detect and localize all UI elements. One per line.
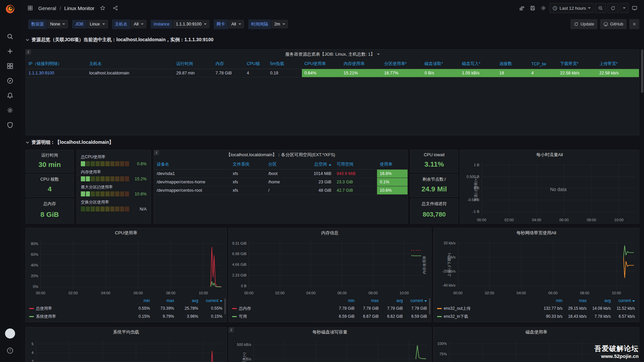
alerting-icon[interactable] [3,88,17,103]
legend-col-current[interactable]: current [403,298,427,303]
info-icon[interactable]: i [154,150,159,155]
series-toggle[interactable]: 可用 [232,314,330,319]
legend-scrollbar[interactable] [224,298,226,314]
legend-col-min[interactable]: min [538,298,562,303]
series-toggle[interactable]: 系统使用率 [29,314,126,319]
refresh-interval-button[interactable] [620,3,629,13]
col-header[interactable]: 5m负载 [267,59,302,69]
col-header[interactable]: 下载带宽* [557,59,597,69]
chart-plot[interactable]: 00:0002:0004:0006:0008:0010:0080%60%40%2… [26,238,226,296]
legend-col-max[interactable]: max [150,298,174,303]
variable-label: Instance [151,20,172,28]
dashboard-settings-gear-icon[interactable] [539,3,548,13]
series-toggle[interactable]: ens32_in下载 [437,314,538,319]
variable-value-dropdown[interactable]: All [228,20,244,28]
panel-title[interactable]: 系统平均负载 [26,327,226,337]
legend-col-current[interactable]: current [611,298,635,303]
col-header[interactable]: 磁盘读取* [422,59,460,69]
series-toggle[interactable]: 总内存 [232,306,330,311]
update-button[interactable]: Update [571,19,597,29]
chart-plot[interactable]: 00:0002:0004:0006:0008:0010:00500 kB/s0 … [229,337,431,362]
legend-col-current[interactable]: current [198,298,222,303]
col-header[interactable]: 内存使用率 [341,59,382,69]
chart-plot[interactable]: 00:0002:0004:0006:0008:0010:009.31 GiB6.… [229,238,431,296]
panel-title[interactable]: 每秒网络带宽使用All [434,228,639,238]
refresh-button[interactable] [607,3,619,13]
col-header[interactable]: CPU使用率 [302,59,341,69]
zoom-out-button[interactable] [595,3,606,13]
svg-text:75%: 75% [439,352,447,356]
legend-col-min[interactable]: min [126,298,150,303]
add-panel-icon[interactable] [517,3,527,13]
chart-plot[interactable]: 00:0002:0004:0006:0008:0010:001 B0.500 B… [460,160,639,223]
configuration-gear-icon[interactable] [3,103,17,118]
legend-scrollbar[interactable] [429,298,430,314]
star-icon[interactable] [98,3,107,13]
col-header[interactable]: CPU核 [244,59,267,69]
col-header[interactable]: 使用率 [377,160,408,170]
info-icon[interactable]: i [229,327,234,333]
save-icon[interactable] [528,3,537,13]
grafana-logo[interactable] [5,4,15,15]
col-header[interactable]: 可用空间 [334,160,377,170]
page-scrollbar[interactable] [641,49,643,93]
variable-value-dropdown[interactable]: 2m [271,20,288,28]
col-header[interactable]: 上传带宽* [597,59,639,69]
variable-value-dropdown[interactable]: None [47,20,68,28]
col-header[interactable]: IP（链接到明细） [26,59,87,69]
col-header[interactable]: 设备名 [154,160,230,170]
col-header[interactable]: 文件系统 [230,160,266,170]
col-header[interactable]: 内存 [213,59,244,69]
dashboard-title[interactable]: Linux Monitor [64,5,95,11]
svg-text:04:00: 04:00 [517,291,526,295]
panel-server-overview-table: i 服务器资源总览表【JOB: Linux, 主机总数: 1】 IP（链接到明细… [25,49,639,135]
tv-cycle-view-icon[interactable] [630,3,639,13]
search-icon[interactable] [3,29,17,44]
help-icon[interactable]: ? [3,343,17,358]
panel-title[interactable]: CPU使用率 [26,228,226,238]
panel-title[interactable]: 服务器资源总览表【JOB: Linux, 主机总数: 1】 [26,50,639,59]
legend-col-avg[interactable]: avg [379,298,403,303]
col-header[interactable]: TCP_tw [529,59,557,69]
share-icon[interactable] [111,3,120,13]
variable-value-dropdown[interactable]: 1.1.1.30:9100 [173,20,209,28]
col-header[interactable]: 主机名 [87,59,174,69]
col-header[interactable]: 分区使用率* [381,59,422,69]
server-admin-shield-icon[interactable] [3,118,17,132]
ip-link[interactable]: 1.1.1.30:9100 [29,71,54,75]
explore-icon[interactable] [3,73,17,88]
legend-col-min[interactable]: min [330,298,355,303]
series-toggle[interactable]: ens32_out上传 [437,306,538,311]
panel-title[interactable]: 每小时流量All [460,150,639,160]
chart-plot[interactable]: 00:0002:0004:0006:0008:0010:0020 kb/s0 b… [434,238,639,296]
dashboards-icon[interactable] [3,59,17,73]
gauge-value: N/A [132,207,147,212]
chart-plot[interactable]: 00:0002:0004:0006:0008:0010:00543210 [26,337,226,362]
col-header[interactable]: 磁盘写入* [459,59,497,69]
col-header[interactable]: 运行时间 [174,59,213,69]
row-header-overview[interactable]: 资源总览（关联JOB项）当前选中主机：localhost.localdomain… [25,37,213,43]
legend-col-max[interactable]: max [355,298,379,303]
user-avatar[interactable] [5,328,15,339]
breadcrumb-folder[interactable]: General [38,5,56,11]
menu-hamburger-icon[interactable] [629,19,639,29]
panel-title[interactable]: 【localhost.localdomain】：各分区可用空间(EXT.*/XF… [154,150,408,160]
col-header[interactable]: 分区 [266,160,301,170]
series-toggle[interactable]: 总使用率 [29,306,126,311]
legend-col-avg[interactable]: avg [587,298,611,303]
chevron-down-icon [204,23,207,25]
row-header-detail[interactable]: 资源明细：【localhost.localdomain】 [25,139,114,145]
panel-title[interactable]: 内存信息 [229,228,431,238]
panel-title[interactable]: 每秒磁盘读写容量 [229,327,431,337]
create-icon[interactable] [3,44,17,59]
github-button[interactable]: GitHub [600,19,627,29]
time-range-picker[interactable]: Last 12 hours [549,3,594,13]
col-header-sorted[interactable]: 总空间 [301,160,334,170]
info-icon[interactable]: i [26,50,31,55]
variable-value-dropdown[interactable]: All [131,20,147,28]
variable-value-dropdown[interactable]: Linux [87,20,108,28]
legend-col-max[interactable]: max [562,298,587,303]
panel-title[interactable]: 磁盘使用率 [434,327,639,337]
col-header[interactable]: 连接数 [497,59,529,69]
legend-col-avg[interactable]: avg [174,298,198,303]
